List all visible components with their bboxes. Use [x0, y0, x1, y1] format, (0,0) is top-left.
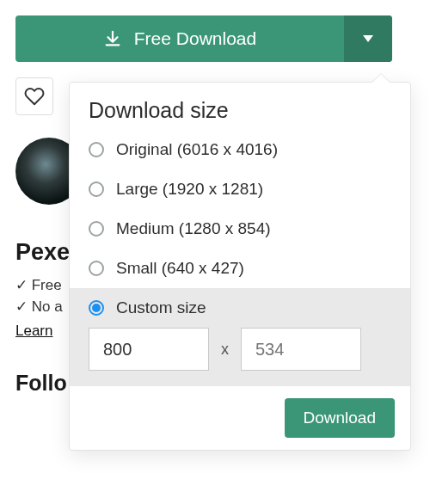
radio-icon — [89, 142, 104, 157]
caret-down-icon — [363, 35, 373, 42]
size-option-label: Original (6016 x 4016) — [116, 140, 278, 159]
radio-icon — [89, 261, 104, 276]
download-size-panel: Download size Original (6016 x 4016) Lar… — [69, 82, 411, 451]
panel-title: Download size — [70, 83, 410, 130]
dimension-separator: x — [221, 341, 229, 359]
radio-icon — [89, 300, 104, 316]
download-icon — [103, 29, 122, 48]
free-download-button-main[interactable]: Free Download — [15, 28, 344, 49]
download-size-toggle[interactable] — [344, 15, 392, 62]
heart-icon — [24, 86, 45, 107]
size-option-label: Small (640 x 427) — [116, 259, 244, 278]
size-option-custom[interactable]: Custom size — [70, 298, 410, 328]
size-option-large[interactable]: Large (1920 x 1281) — [70, 169, 410, 209]
size-option-label: Medium (1280 x 854) — [116, 219, 271, 238]
svg-marker-2 — [363, 35, 373, 42]
size-option-small[interactable]: Small (640 x 427) — [70, 249, 410, 288]
size-option-label: Custom size — [116, 298, 206, 317]
custom-height-input[interactable] — [241, 328, 361, 371]
size-option-original[interactable]: Original (6016 x 4016) — [70, 130, 410, 169]
like-button[interactable] — [15, 77, 53, 115]
size-option-label: Large (1920 x 1281) — [116, 180, 263, 199]
radio-icon — [89, 221, 104, 237]
custom-width-input[interactable] — [89, 328, 209, 371]
radio-icon — [89, 181, 104, 197]
free-download-label: Free Download — [134, 28, 256, 49]
size-option-medium[interactable]: Medium (1280 x 854) — [70, 209, 410, 249]
download-button[interactable]: Download — [285, 398, 396, 438]
free-download-button[interactable]: Free Download — [15, 15, 392, 62]
